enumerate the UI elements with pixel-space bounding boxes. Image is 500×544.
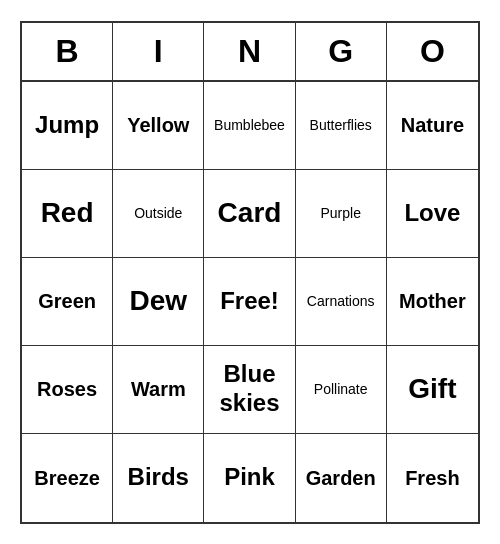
cell-text: Pollinate <box>314 381 368 398</box>
cell-text: Green <box>38 289 96 313</box>
cell-text: Blue skies <box>208 360 290 418</box>
bingo-cell: Birds <box>113 434 204 522</box>
bingo-cell: Yellow <box>113 82 204 170</box>
bingo-header: BINGO <box>22 23 478 82</box>
bingo-cell: Mother <box>387 258 478 346</box>
bingo-cell: Fresh <box>387 434 478 522</box>
bingo-cell: Roses <box>22 346 113 434</box>
cell-text: Dew <box>130 284 188 318</box>
cell-text: Fresh <box>405 466 459 490</box>
bingo-cell: Pink <box>204 434 295 522</box>
cell-text: Nature <box>401 113 464 137</box>
bingo-cell: Warm <box>113 346 204 434</box>
cell-text: Warm <box>131 377 186 401</box>
header-letter: I <box>113 23 204 80</box>
header-letter: B <box>22 23 113 80</box>
bingo-cell: Nature <box>387 82 478 170</box>
bingo-grid: JumpYellowBumblebeeButterfliesNatureRedO… <box>22 82 478 522</box>
bingo-cell: Free! <box>204 258 295 346</box>
cell-text: Purple <box>320 205 360 222</box>
bingo-cell: Jump <box>22 82 113 170</box>
cell-text: Jump <box>35 111 99 140</box>
cell-text: Outside <box>134 205 182 222</box>
bingo-cell: Dew <box>113 258 204 346</box>
header-letter: O <box>387 23 478 80</box>
cell-text: Pink <box>224 463 275 492</box>
bingo-cell: Red <box>22 170 113 258</box>
bingo-cell: Garden <box>296 434 387 522</box>
cell-text: Carnations <box>307 293 375 310</box>
header-letter: G <box>296 23 387 80</box>
cell-text: Birds <box>128 463 189 492</box>
bingo-cell: Card <box>204 170 295 258</box>
bingo-cell: Purple <box>296 170 387 258</box>
cell-text: Bumblebee <box>214 117 285 134</box>
cell-text: Red <box>41 196 94 230</box>
cell-text: Gift <box>408 372 456 406</box>
bingo-cell: Love <box>387 170 478 258</box>
bingo-cell: Green <box>22 258 113 346</box>
cell-text: Free! <box>220 287 279 316</box>
cell-text: Garden <box>306 466 376 490</box>
cell-text: Love <box>404 199 460 228</box>
cell-text: Roses <box>37 377 97 401</box>
bingo-cell: Breeze <box>22 434 113 522</box>
cell-text: Butterflies <box>310 117 372 134</box>
bingo-cell: Outside <box>113 170 204 258</box>
bingo-cell: Bumblebee <box>204 82 295 170</box>
header-letter: N <box>204 23 295 80</box>
bingo-card: BINGO JumpYellowBumblebeeButterfliesNatu… <box>20 21 480 524</box>
bingo-cell: Blue skies <box>204 346 295 434</box>
cell-text: Card <box>218 196 282 230</box>
cell-text: Yellow <box>127 113 189 137</box>
cell-text: Mother <box>399 289 466 313</box>
bingo-cell: Butterflies <box>296 82 387 170</box>
bingo-cell: Pollinate <box>296 346 387 434</box>
bingo-cell: Carnations <box>296 258 387 346</box>
cell-text: Breeze <box>34 466 100 490</box>
bingo-cell: Gift <box>387 346 478 434</box>
